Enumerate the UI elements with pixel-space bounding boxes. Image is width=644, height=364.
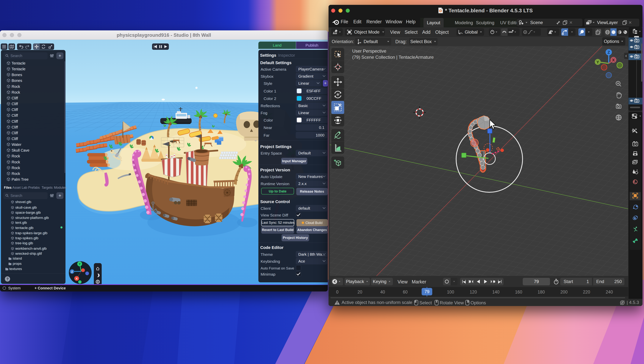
svg-text:X: X: [612, 58, 615, 62]
svg-text:Y: Y: [596, 60, 599, 64]
svg-text:Z: Z: [607, 50, 610, 55]
svg-text:Z: Z: [71, 270, 73, 273]
svg-text:Y: Y: [79, 262, 81, 266]
svg-text:X: X: [76, 277, 78, 280]
